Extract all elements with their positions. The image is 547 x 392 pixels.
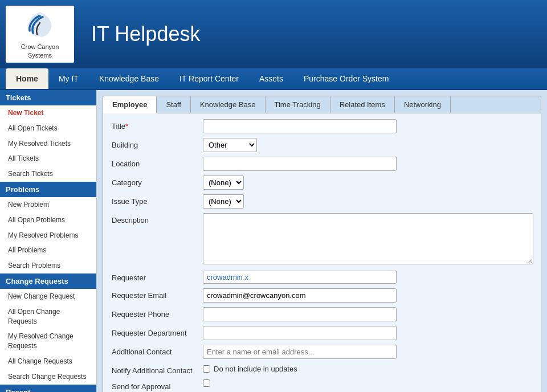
requester-email-label: Requester Email	[112, 288, 203, 300]
sidebar-item-all-change-requests[interactable]: All Change Requests	[0, 354, 96, 369]
form-tabs: Employee Staff Knowledge Base Time Track…	[103, 96, 541, 113]
field-row-requester-dept: Requester Department	[112, 326, 532, 340]
tab-employee[interactable]: Employee	[103, 96, 157, 113]
nav-purchase-order[interactable]: Purchase Order System	[293, 68, 399, 89]
sidebar-item-search-tickets[interactable]: Search Tickets	[0, 166, 96, 182]
requester-remove-icon[interactable]: x	[245, 273, 248, 281]
content-area: Employee Staff Knowledge Base Time Track…	[97, 90, 547, 392]
requester-control: crowadmin x	[203, 271, 532, 284]
field-row-requester: Requester crowadmin x	[112, 271, 532, 284]
requester-dept-label: Requester Department	[112, 326, 203, 337]
title-control	[203, 119, 532, 133]
sidebar-section-problems: Problems	[0, 182, 96, 197]
field-row-description: Description	[112, 213, 532, 266]
main-layout: Tickets New Ticket All Open Tickets My R…	[0, 90, 547, 392]
description-control	[203, 213, 533, 266]
app-header: Crow Canyon Systems IT Helpdesk	[0, 0, 547, 68]
requester-field[interactable]: crowadmin x	[203, 271, 397, 284]
field-row-requester-phone: Requester Phone	[112, 307, 532, 321]
sidebar-item-my-resolved-tickets[interactable]: My Resolved Tickets	[0, 136, 96, 152]
issue-type-label: Issue Type	[112, 194, 203, 206]
sidebar-item-all-open-problems[interactable]: All Open Problems	[0, 213, 96, 228]
issue-type-select[interactable]: (None)	[203, 194, 244, 209]
category-control: (None)	[203, 175, 532, 190]
sidebar-item-all-open-change-requests[interactable]: All Open Change Requests	[0, 304, 96, 329]
nav-assets[interactable]: Assets	[249, 68, 293, 89]
requester-phone-input[interactable]	[203, 307, 397, 321]
approval-checkbox[interactable]	[203, 379, 210, 387]
location-control	[203, 157, 532, 171]
nav-home[interactable]: Home	[6, 68, 48, 89]
requester-tag: crowadmin	[207, 273, 243, 281]
requester-phone-label: Requester Phone	[112, 307, 203, 318]
sidebar-section-tickets: Tickets	[0, 90, 96, 105]
notify-checkbox[interactable]	[203, 365, 210, 373]
requester-email-control	[203, 288, 532, 303]
logo-box: Crow Canyon Systems	[6, 6, 74, 63]
description-label: Description	[112, 213, 203, 224]
additional-contact-label: Additional Contact	[112, 345, 203, 356]
description-textarea[interactable]	[203, 213, 533, 264]
field-row-approval: Send for Approval	[112, 379, 532, 391]
form-body: Title* Building Other Main East Wing	[103, 113, 541, 392]
building-select[interactable]: Other Main East Wing West Wing	[203, 138, 257, 152]
field-row-notify: Notify Additional Contact Do not include…	[112, 364, 532, 375]
sidebar-item-my-resolved-problems[interactable]: My Resolved Problems	[0, 228, 96, 243]
tab-time-tracking[interactable]: Time Tracking	[266, 96, 330, 113]
app-title: IT Helpdesk	[91, 22, 200, 46]
crow-canyon-logo-icon	[23, 9, 57, 40]
building-control: Other Main East Wing West Wing	[203, 138, 532, 152]
category-select[interactable]: (None)	[203, 175, 244, 190]
sidebar-item-all-open-tickets[interactable]: All Open Tickets	[0, 121, 96, 136]
requester-dept-control	[203, 326, 532, 340]
location-label: Location	[112, 157, 203, 168]
issue-type-control: (None)	[203, 194, 532, 209]
field-row-building: Building Other Main East Wing West Wing	[112, 138, 532, 152]
navbar: Home My IT Knowledge Base IT Report Cent…	[0, 68, 547, 90]
sidebar-item-new-problem[interactable]: New Problem	[0, 197, 96, 213]
sidebar-item-new-change-request[interactable]: New Change Request	[0, 289, 96, 304]
notify-checkbox-row: Do not include in updates	[203, 364, 532, 373]
approval-control	[203, 379, 532, 389]
nav-knowledge-base[interactable]: Knowledge Base	[89, 68, 169, 89]
tab-networking[interactable]: Networking	[395, 96, 451, 113]
additional-contact-control	[203, 345, 532, 359]
requester-email-input[interactable]	[203, 288, 397, 303]
field-row-additional-contact: Additional Contact	[112, 345, 532, 359]
field-row-category: Category (None)	[112, 175, 532, 190]
logo-text: Crow Canyon Systems	[21, 43, 59, 59]
sidebar-item-new-ticket[interactable]: New Ticket	[0, 105, 96, 121]
requester-dept-input[interactable]	[203, 326, 397, 340]
tab-staff[interactable]: Staff	[157, 96, 191, 113]
notify-label: Notify Additional Contact	[112, 364, 203, 375]
category-label: Category	[112, 175, 203, 187]
location-input[interactable]	[203, 157, 397, 171]
field-row-issue-type: Issue Type (None)	[112, 194, 532, 209]
notify-checkbox-label: Do not include in updates	[214, 365, 297, 373]
sidebar: Tickets New Ticket All Open Tickets My R…	[0, 90, 97, 392]
title-input[interactable]	[203, 119, 397, 133]
nav-it-report-center[interactable]: IT Report Center	[169, 68, 249, 89]
tab-knowledge-base[interactable]: Knowledge Base	[191, 96, 266, 113]
sidebar-item-all-tickets[interactable]: All Tickets	[0, 151, 96, 166]
field-row-location: Location	[112, 157, 532, 171]
building-label: Building	[112, 138, 203, 149]
field-row-requester-email: Requester Email	[112, 288, 532, 303]
field-row-title: Title*	[112, 119, 532, 133]
form-card: Employee Staff Knowledge Base Time Track…	[103, 96, 541, 392]
title-label: Title*	[112, 119, 203, 130]
nav-my-it[interactable]: My IT	[48, 68, 89, 89]
sidebar-section-recent: Recent	[0, 385, 96, 392]
additional-contact-input[interactable]	[203, 345, 397, 359]
requester-phone-control	[203, 307, 532, 321]
sidebar-section-change-requests: Change Requests	[0, 273, 96, 289]
requester-label: Requester	[112, 271, 203, 282]
sidebar-item-all-problems[interactable]: All Problems	[0, 243, 96, 258]
sidebar-item-search-problems[interactable]: Search Problems	[0, 258, 96, 273]
approval-label: Send for Approval	[112, 379, 203, 391]
tab-related-items[interactable]: Related Items	[330, 96, 395, 113]
sidebar-item-search-change-requests[interactable]: Search Change Requests	[0, 369, 96, 385]
notify-control: Do not include in updates	[203, 364, 532, 373]
sidebar-item-my-resolved-change-requests[interactable]: My Resolved Change Requests	[0, 329, 96, 354]
